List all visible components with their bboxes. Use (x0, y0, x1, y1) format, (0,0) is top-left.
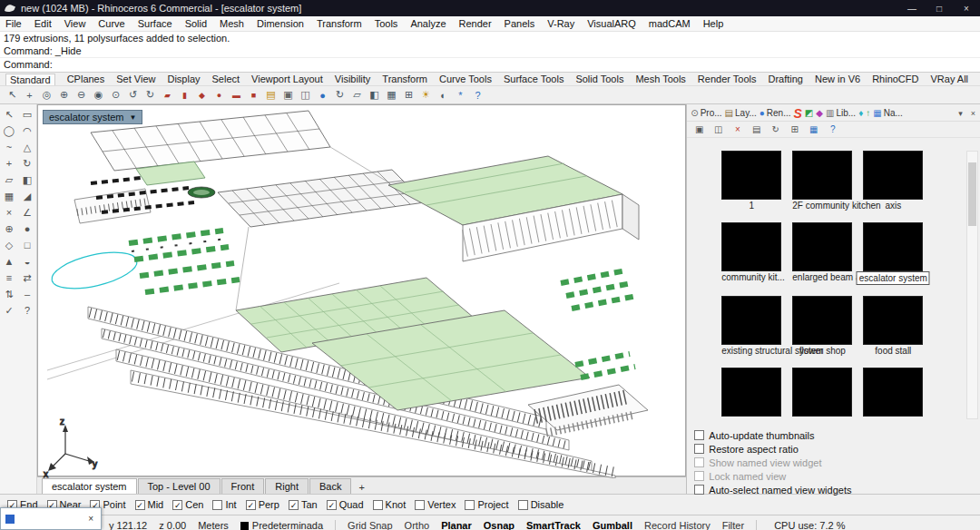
osnap-vertex[interactable]: Vertex (415, 499, 456, 510)
rotate-view-icon[interactable]: ↻ (331, 87, 348, 103)
checkbox[interactable]: ✓ (135, 500, 145, 510)
view-thumbnail[interactable] (721, 296, 781, 345)
checkbox[interactable] (415, 500, 425, 510)
planar-toggle[interactable]: Planar (441, 520, 472, 530)
render-sphere-icon[interactable]: ● (314, 87, 331, 103)
menu-vray[interactable]: V-Ray (547, 18, 574, 29)
active-layer[interactable]: Predeterminada (240, 520, 323, 530)
viewport-tab-front[interactable]: Front (221, 478, 265, 494)
polygon-tool-icon[interactable]: △ (18, 139, 36, 155)
toolbar-tab-mesh-tools[interactable]: Mesh Tools (635, 74, 685, 84)
osnap-int[interactable]: Int (212, 499, 236, 510)
named-view-item[interactable]: axis (863, 151, 923, 211)
checkbox[interactable] (694, 485, 704, 495)
named-view-item-selected[interactable]: escalator system (863, 222, 923, 285)
cplane-icon[interactable]: ⊞ (400, 87, 417, 103)
print-icon[interactable]: ◫ (297, 87, 314, 103)
toolbar-tab-standard[interactable]: Standard (5, 74, 55, 85)
menu-tools[interactable]: Tools (375, 18, 398, 29)
tab-materials[interactable]: ◩ (805, 108, 813, 118)
view-thumbnail[interactable] (721, 368, 781, 417)
tab-properties[interactable]: ⊙Pro... (691, 108, 721, 118)
undo-view-icon[interactable]: ↺ (124, 87, 142, 103)
view-thumbnail[interactable] (863, 222, 923, 271)
open-file-icon[interactable]: ▤ (262, 87, 279, 103)
checkbox[interactable] (518, 500, 528, 510)
toolbar-tab-rhinocfd[interactable]: RhinoCFD (872, 74, 918, 84)
filter-meshes-icon[interactable]: ▬ (228, 87, 245, 103)
menu-edit[interactable]: Edit (34, 18, 52, 29)
rectangle-tool-icon[interactable]: ▭ (18, 106, 36, 123)
zoom-dynamic-icon[interactable]: ◎ (38, 87, 55, 103)
refresh-icon[interactable]: ↻ (769, 123, 782, 136)
shaded-view-icon[interactable]: ◐ (435, 87, 452, 103)
named-view-item[interactable]: 2F community kitchen (792, 151, 852, 211)
pan-icon[interactable]: + (21, 87, 38, 103)
toolbar-tab-new-in-v6[interactable]: New in V6 (815, 74, 860, 84)
toolbar-tab-vray-all[interactable]: VRay All (930, 74, 968, 84)
restore-view-icon[interactable]: ◫ (711, 123, 725, 136)
named-view-item[interactable]: enlarged beam and colu... (792, 222, 852, 285)
view-thumbnail[interactable] (721, 222, 781, 271)
view-thumbnail[interactable] (792, 151, 852, 200)
osnap-project[interactable]: Project (465, 499, 508, 510)
tab-named-views[interactable]: ▦Na... (873, 108, 903, 118)
filter-curves-icon[interactable]: ▮ (176, 87, 193, 103)
move-tool-icon[interactable]: + (0, 155, 18, 172)
menu-file[interactable]: File (5, 18, 22, 29)
panel-help-icon[interactable]: ? (826, 123, 839, 136)
toolbar-tab-set-view[interactable]: Set View (116, 74, 155, 84)
grid-snap-toggle[interactable]: Grid Snap (348, 520, 393, 530)
filter-toggle[interactable]: Filter (722, 520, 744, 530)
osnap-perp[interactable]: ✓Perp (246, 499, 279, 510)
osnap-cen[interactable]: ✓Cen (172, 499, 203, 510)
select-tool-icon[interactable]: ↖ (0, 106, 18, 123)
view-thumbnail[interactable] (721, 151, 781, 200)
view-thumbnail[interactable] (863, 296, 923, 345)
command-prompt-input[interactable]: Command: (0, 57, 980, 72)
checkbox[interactable]: ✓ (327, 500, 337, 510)
snapshots-logo[interactable]: S (794, 106, 802, 121)
toolbar-tab-transform[interactable]: Transform (382, 74, 427, 84)
option-restore-aspect-ratio[interactable]: Restore aspect ratio (694, 442, 980, 456)
view-thumbnail[interactable] (792, 368, 852, 417)
osnap-disable[interactable]: Disable (518, 499, 564, 510)
toolbar-tab-select[interactable]: Select (212, 74, 240, 84)
menu-dimension[interactable]: Dimension (257, 18, 304, 29)
curve-tool-icon[interactable]: ~ (0, 139, 18, 155)
view-thumbnail[interactable] (792, 296, 852, 345)
filter-annotations-icon[interactable]: ■ (245, 87, 262, 103)
point-tool-icon[interactable]: ● (18, 221, 36, 237)
swap-tool-icon[interactable]: ⇄ (18, 270, 36, 286)
box-tool-icon[interactable]: □ (18, 237, 36, 253)
redo-view-icon[interactable]: ↻ (142, 87, 159, 103)
delete-view-icon[interactable]: × (730, 123, 744, 136)
light-icon[interactable]: ☀ (417, 87, 435, 103)
named-view-item[interactable]: flower shop (792, 296, 852, 357)
menu-mesh[interactable]: Mesh (220, 18, 244, 29)
menu-curve[interactable]: Curve (98, 18, 124, 29)
extrude-tool-icon[interactable]: ▲ (0, 253, 18, 270)
model-canvas[interactable]: z y x (38, 105, 688, 478)
menu-render[interactable]: Render (459, 18, 492, 29)
hide-tool-icon[interactable]: – (18, 286, 36, 302)
options-icon[interactable]: * (452, 87, 469, 103)
sort-tool-icon[interactable]: ⇅ (0, 286, 18, 302)
ortho-toggle[interactable]: Ortho (405, 520, 430, 530)
checkbox[interactable]: ✓ (172, 500, 182, 510)
trim-tool-icon[interactable]: ◢ (18, 188, 36, 204)
named-view-item[interactable]: community kit... (721, 222, 781, 285)
zoom-in-icon[interactable]: ⊕ (55, 87, 73, 103)
viewport-title-menu[interactable]: escalator system ▼ (43, 110, 142, 124)
record-history-toggle[interactable]: Record History (644, 520, 710, 530)
panel-scrollbar[interactable] (966, 151, 978, 419)
checkbox[interactable]: ✓ (246, 500, 256, 510)
named-view-item[interactable]: food stall (863, 296, 923, 357)
option-auto-update-thumbnails[interactable]: Auto-update thumbnails (694, 428, 980, 442)
option-auto-select-named-view-widgets[interactable]: Auto-select named view widgets (694, 483, 980, 496)
mini-window-close-icon[interactable]: × (88, 514, 93, 524)
copy-view-icon[interactable]: ⊞ (788, 123, 801, 136)
menu-visualarq[interactable]: VisualARQ (587, 18, 636, 29)
menu-madcam[interactable]: madCAM (649, 18, 691, 29)
viewport-tab-back[interactable]: Back (309, 478, 351, 494)
